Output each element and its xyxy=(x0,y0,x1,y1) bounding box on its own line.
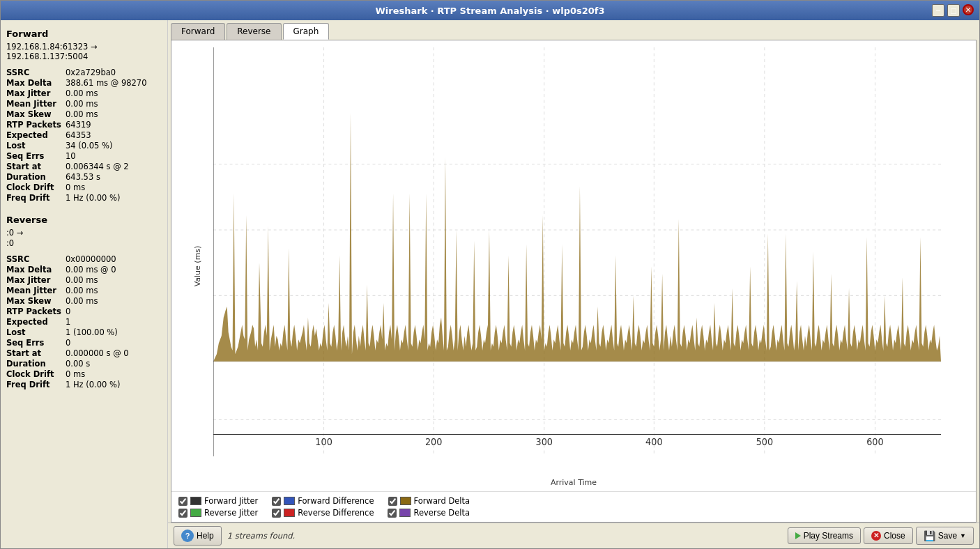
help-button[interactable]: ? Help xyxy=(174,526,222,546)
minimize-button[interactable]: ─ xyxy=(932,4,944,17)
footer-buttons: Play Streams ✕ Close 💾 Save ▼ xyxy=(788,527,974,545)
tabs-bar: Forward Reverse Graph xyxy=(168,20,979,40)
tab-forward[interactable]: Forward xyxy=(171,23,225,40)
titlebar: Wireshark · RTP Stream Analysis · wlp0s2… xyxy=(1,1,979,20)
svg-text:200: 200 xyxy=(425,437,442,447)
legend-reverse-difference: Reverse Difference xyxy=(272,508,374,518)
close-icon: ✕ xyxy=(871,531,881,541)
footer: ? Help 1 streams found. Play Streams ✕ C… xyxy=(168,523,979,548)
svg-text:400: 400 xyxy=(645,437,662,447)
reverse-max-delta-row: Max Delta 0.00 ms @ 0 xyxy=(6,265,162,274)
close-label: Close xyxy=(884,531,905,541)
reverse-difference-color xyxy=(284,509,295,517)
tab-reverse[interactable]: Reverse xyxy=(227,23,281,40)
forward-seq-errs-row: Seq Errs 10 xyxy=(6,151,162,161)
help-label: Help xyxy=(197,531,214,541)
forward-start-at-row: Start at 0.006344 s @ 2 xyxy=(6,162,162,171)
forward-jitter-checkbox[interactable] xyxy=(178,497,187,506)
reverse-difference-checkbox[interactable] xyxy=(272,509,281,518)
reverse-jitter-checkbox[interactable] xyxy=(178,509,187,518)
legend-forward-jitter: Forward Jitter xyxy=(178,496,258,506)
forward-rtp-packets-row: RTP Packets 64319 xyxy=(6,120,162,130)
reverse-address2: :0 xyxy=(6,238,162,248)
main-window: Wireshark · RTP Stream Analysis · wlp0s2… xyxy=(0,0,980,549)
svg-text:100: 100 xyxy=(315,437,332,447)
tab-graph[interactable]: Graph xyxy=(283,23,330,40)
content-area: Forward 192.168.1.84:61323 → 192.168.1.1… xyxy=(1,20,979,548)
reverse-clock-drift-row: Clock Drift 0 ms xyxy=(6,369,162,379)
forward-max-skew-row: Max Skew 0.00 ms xyxy=(6,109,162,119)
reverse-max-jitter-row: Max Jitter 0.00 ms xyxy=(6,275,162,285)
reverse-max-skew-row: Max Skew 0.00 ms xyxy=(6,296,162,306)
reverse-jitter-label: Reverse Jitter xyxy=(204,508,258,518)
legend-area: Forward Jitter Forward Difference Forwar… xyxy=(171,491,976,522)
footer-left: ? Help 1 streams found. xyxy=(174,526,295,546)
close-window-button[interactable]: ✕ xyxy=(963,4,974,15)
svg-text:300: 300 xyxy=(536,437,553,447)
reverse-duration-row: Duration 0.00 s xyxy=(6,359,162,369)
reverse-delta-color xyxy=(399,509,411,517)
forward-duration-row: Duration 643.53 s xyxy=(6,172,162,182)
reverse-ssrc-row: SSRC 0x00000000 xyxy=(6,254,162,264)
legend-row-2: Reverse Jitter Reverse Difference Revers… xyxy=(178,508,969,518)
reverse-jitter-color xyxy=(190,509,201,517)
reverse-mean-jitter-row: Mean Jitter 0.00 ms xyxy=(6,286,162,295)
play-streams-button[interactable]: Play Streams xyxy=(788,527,861,544)
forward-difference-label: Forward Difference xyxy=(298,496,374,506)
reverse-start-at-row: Start at 0.000000 s @ 0 xyxy=(6,348,162,358)
svg-text:500: 500 xyxy=(756,437,773,447)
forward-jitter-label: Forward Jitter xyxy=(204,496,258,506)
chart-inner: 300 200 100 0 -100 100 200 300 400 500 6… xyxy=(213,47,941,456)
svg-text:600: 600 xyxy=(866,437,883,447)
play-icon xyxy=(795,532,801,539)
sidebar: Forward 192.168.1.84:61323 → 192.168.1.1… xyxy=(1,20,168,548)
chart-svg: 300 200 100 0 -100 100 200 300 400 500 6… xyxy=(213,47,941,456)
forward-lost-row: Lost 34 (0.05 %) xyxy=(6,141,162,150)
reverse-expected-row: Expected 1 xyxy=(6,317,162,327)
forward-delta-label: Forward Delta xyxy=(414,496,470,506)
reverse-address1: :0 → xyxy=(6,228,162,238)
reverse-difference-label: Reverse Difference xyxy=(298,508,374,518)
save-icon: 💾 xyxy=(924,530,935,541)
play-streams-label: Play Streams xyxy=(804,531,853,541)
reverse-rtp-packets-row: RTP Packets 0 xyxy=(6,307,162,316)
forward-ssrc-row: SSRC 0x2a729ba0 xyxy=(6,68,162,77)
reverse-freq-drift-row: Freq Drift 1 Hz (0.00 %) xyxy=(6,380,162,389)
forward-clock-drift-row: Clock Drift 0 ms xyxy=(6,183,162,192)
main-area: Forward Reverse Graph Value (ms) Arrival… xyxy=(168,20,979,548)
graph-container: Value (ms) Arrival Time xyxy=(171,40,977,523)
forward-delta-waveform xyxy=(213,113,941,361)
reverse-lost-row: Lost 1 (100.00 %) xyxy=(6,327,162,337)
legend-forward-difference: Forward Difference xyxy=(272,496,374,506)
streams-found: 1 streams found. xyxy=(227,531,296,541)
forward-address: 192.168.1.84:61323 → 192.168.1.137:5004 xyxy=(6,42,162,61)
close-button[interactable]: ✕ Close xyxy=(864,527,913,544)
forward-difference-checkbox[interactable] xyxy=(272,497,281,506)
chart-area: Value (ms) Arrival Time xyxy=(171,40,976,491)
x-axis-label: Arrival Time xyxy=(551,478,597,487)
maximize-button[interactable]: □ xyxy=(947,4,960,17)
reverse-seq-errs-row: Seq Errs 0 xyxy=(6,338,162,348)
forward-difference-color xyxy=(284,497,295,505)
forward-max-jitter-row: Max Jitter 0.00 ms xyxy=(6,88,162,98)
forward-freq-drift-row: Freq Drift 1 Hz (0.00 %) xyxy=(6,193,162,203)
forward-mean-jitter-row: Mean Jitter 0.00 ms xyxy=(6,99,162,109)
save-button[interactable]: 💾 Save ▼ xyxy=(916,527,974,545)
legend-row-1: Forward Jitter Forward Difference Forwar… xyxy=(178,496,969,506)
help-icon: ? xyxy=(181,529,194,542)
reverse-section-header: Reverse xyxy=(6,215,162,225)
forward-expected-row: Expected 64353 xyxy=(6,130,162,140)
window-controls: ─ □ ✕ xyxy=(932,4,974,17)
forward-jitter-color xyxy=(190,497,201,505)
window-title: Wireshark · RTP Stream Analysis · wlp0s2… xyxy=(48,6,932,16)
forward-delta-color xyxy=(400,497,411,505)
legend-reverse-delta: Reverse Delta xyxy=(388,508,470,518)
forward-delta-checkbox[interactable] xyxy=(388,497,397,506)
legend-reverse-jitter: Reverse Jitter xyxy=(178,508,258,518)
reverse-delta-label: Reverse Delta xyxy=(413,508,470,518)
reverse-delta-checkbox[interactable] xyxy=(388,509,397,518)
y-axis-label: Value (ms) xyxy=(193,245,202,286)
save-dropdown-arrow: ▼ xyxy=(960,532,966,539)
legend-forward-delta: Forward Delta xyxy=(388,496,470,506)
save-label: Save xyxy=(938,531,957,541)
